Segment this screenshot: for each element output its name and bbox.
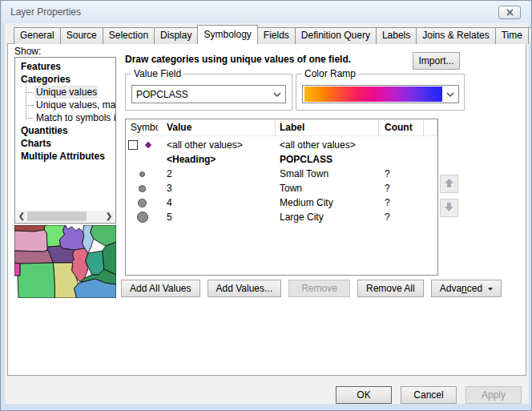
- symbol-cell[interactable]: [126, 138, 159, 152]
- arrow-up-icon: [443, 177, 455, 189]
- show-item-label: Charts: [21, 138, 51, 149]
- tree-horizontal-scrollbar[interactable]: ❮ ❯: [16, 211, 115, 222]
- chevron-down-icon: [442, 92, 458, 97]
- symbol-cell[interactable]: [126, 152, 159, 167]
- circle-symbol-icon: [139, 185, 146, 192]
- apply-button[interactable]: Apply: [466, 386, 522, 404]
- column-header-count[interactable]: Count: [379, 119, 424, 136]
- map-region: [91, 225, 116, 246]
- color-ramp-dropdown[interactable]: [302, 85, 459, 103]
- circle-symbol-icon: [139, 171, 145, 177]
- dropdown-arrow-icon: [488, 288, 493, 291]
- map-region: [86, 251, 104, 275]
- add-values-button[interactable]: Add Values...: [208, 280, 282, 297]
- show-tree-items: FeaturesCategoriesUnique valuesUnique va…: [15, 60, 115, 163]
- table-row[interactable]: 5Large City?: [126, 210, 437, 224]
- label-cell: POPCLASS: [276, 154, 379, 165]
- show-label: Show:: [14, 46, 41, 57]
- advanced-button[interactable]: Advanced: [431, 280, 502, 297]
- count-cell: ?: [379, 183, 424, 194]
- tab-bar: GeneralSourceSelectionDisplaySymbologyFi…: [14, 25, 532, 44]
- value-field-label: Value Field: [131, 68, 183, 79]
- show-item-label: Multiple Attributes: [21, 151, 105, 162]
- table-row[interactable]: 3Town?: [126, 181, 437, 195]
- value-cell: 3: [159, 183, 276, 194]
- symbol-table: Symbol Value Label Count <all other valu…: [125, 119, 438, 276]
- show-item-charts[interactable]: Charts: [15, 137, 115, 150]
- value-field-dropdown[interactable]: POPCLASS: [131, 85, 286, 103]
- table-row[interactable]: <all other values><all other values>: [126, 138, 437, 152]
- panel-heading: Draw categories using unique values of o…: [125, 54, 351, 65]
- tab-definition-query[interactable]: Definition Query: [295, 27, 377, 44]
- scroll-right-arrow-icon[interactable]: ❯: [103, 211, 115, 222]
- value-cell: 5: [159, 212, 276, 223]
- scroll-left-arrow-icon[interactable]: ❮: [16, 211, 27, 222]
- scrollbar-thumb[interactable]: [27, 212, 87, 221]
- ok-button[interactable]: OK: [336, 386, 392, 404]
- value-cell: <Heading>: [159, 154, 276, 165]
- value-cell: 4: [159, 197, 276, 208]
- color-ramp-gradient: [304, 87, 442, 102]
- column-header-symbol[interactable]: Symbol: [126, 119, 159, 136]
- tab-selection[interactable]: Selection: [103, 27, 155, 44]
- tab-time[interactable]: Time: [495, 27, 529, 44]
- window-title: Layer Properties: [10, 6, 81, 18]
- chevron-down-icon: [269, 92, 285, 97]
- count-cell: ?: [379, 168, 424, 179]
- add-all-values-button[interactable]: Add All Values: [121, 280, 200, 297]
- show-item-label: Match to symbols in a: [36, 112, 116, 123]
- tab-html-popup[interactable]: HTML Popup: [528, 27, 532, 44]
- import-button[interactable]: Import...: [413, 52, 460, 70]
- show-tree: FeaturesCategoriesUnique valuesUnique va…: [14, 57, 116, 224]
- show-item-label: Features: [21, 61, 61, 72]
- arrow-down-icon: [443, 201, 455, 213]
- symbol-cell[interactable]: [126, 210, 159, 224]
- column-header-filler: [424, 119, 437, 136]
- table-header: Symbol Value Label Count: [126, 119, 437, 136]
- column-header-value[interactable]: Value: [159, 119, 276, 136]
- show-item-label: Quantities: [21, 125, 68, 136]
- tab-symbology[interactable]: Symbology: [197, 25, 257, 44]
- map-region: [59, 225, 84, 250]
- circle-symbol-icon: [138, 199, 147, 208]
- tab-labels[interactable]: Labels: [376, 27, 417, 44]
- show-item-features[interactable]: Features: [15, 60, 115, 73]
- show-item-match-to-symbols-in-a[interactable]: Match to symbols in a: [15, 111, 115, 124]
- remove-button[interactable]: Remove: [288, 280, 350, 297]
- map-preview-image: [14, 225, 116, 298]
- remove-all-button[interactable]: Remove All: [357, 280, 424, 297]
- table-row[interactable]: <Heading>POPCLASS: [126, 152, 437, 167]
- move-up-button[interactable]: [440, 175, 458, 193]
- layer-properties-dialog: Layer Properties GeneralSourceSelectionD…: [0, 0, 532, 411]
- dialog-content: GeneralSourceSelectionDisplaySymbologyFi…: [5, 23, 529, 404]
- tab-fields[interactable]: Fields: [257, 27, 296, 44]
- show-item-quantities[interactable]: Quantities: [15, 124, 115, 137]
- move-down-button[interactable]: [440, 199, 458, 217]
- value-field-value: POPCLASS: [132, 89, 269, 100]
- symbol-cell[interactable]: [126, 181, 159, 195]
- label-cell: <all other values>: [276, 139, 379, 151]
- value-cell: <all other values>: [159, 139, 276, 151]
- tab-joins-relates[interactable]: Joins & Relates: [416, 27, 495, 44]
- cancel-button[interactable]: Cancel: [401, 386, 457, 404]
- all-other-values-checkbox[interactable]: [128, 140, 138, 150]
- table-row[interactable]: 4Medium City?: [126, 195, 437, 210]
- tab-general[interactable]: General: [14, 27, 61, 44]
- close-button[interactable]: [498, 6, 521, 19]
- point-symbol-icon: [145, 142, 151, 148]
- column-header-label[interactable]: Label: [276, 119, 379, 136]
- show-item-multiple-attributes[interactable]: Multiple Attributes: [15, 150, 115, 163]
- value-cell: 2: [159, 168, 276, 179]
- symbol-cell[interactable]: [126, 167, 159, 181]
- window-titlebar[interactable]: Layer Properties: [2, 1, 530, 23]
- table-row[interactable]: 2Small Town?: [126, 167, 437, 181]
- label-cell: Large City: [276, 212, 379, 223]
- map-region: [14, 263, 20, 276]
- map-region: [18, 263, 54, 298]
- label-cell: Medium City: [276, 197, 379, 208]
- tab-display[interactable]: Display: [154, 27, 198, 44]
- symbol-cell[interactable]: [126, 195, 159, 210]
- show-item-label: Unique values: [36, 87, 97, 98]
- tab-source[interactable]: Source: [60, 27, 103, 44]
- color-ramp-label: Color Ramp: [302, 68, 358, 79]
